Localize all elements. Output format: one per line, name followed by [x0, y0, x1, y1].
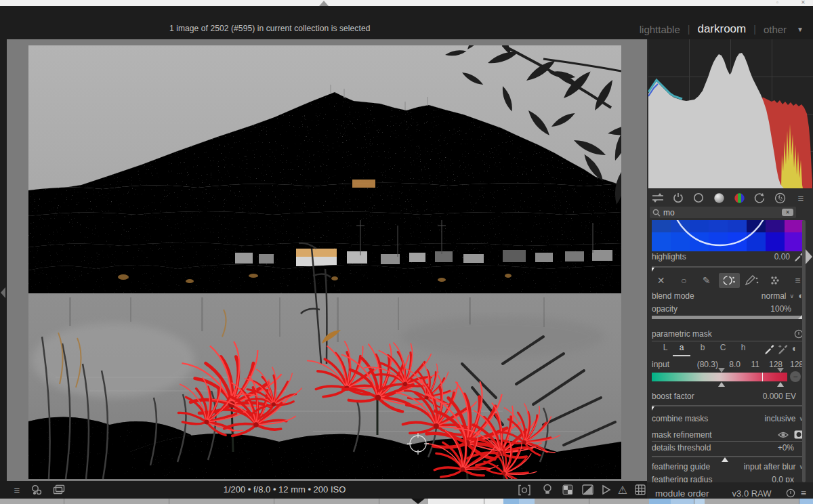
left-panel-expander-icon[interactable]	[1, 287, 5, 298]
blend-off-icon[interactable]: ✕	[650, 273, 671, 288]
view-separator: |	[688, 24, 690, 35]
view-lighttable[interactable]: lighttable	[640, 24, 680, 35]
darktable-window: ▫ ✕ 1 image of 2502 (#595) in current co…	[0, 0, 813, 504]
details-threshold-value[interactable]: +0%	[778, 443, 794, 453]
boost-factor-slider[interactable]	[652, 405, 804, 406]
tab-h[interactable]: h	[736, 343, 751, 352]
filmstrip-thumb[interactable]	[64, 499, 169, 504]
input-lower-marker-left[interactable]	[718, 382, 725, 387]
bottom-menu-icon[interactable]: ≡	[9, 483, 24, 497]
view-darkroom[interactable]: darkroom	[697, 22, 746, 36]
filmstrip-thumb[interactable]	[169, 499, 274, 504]
guides-grid-icon[interactable]	[633, 483, 648, 497]
highlights-value[interactable]: 0.00	[774, 252, 790, 261]
parametric-mask-header[interactable]: parametric mask	[652, 327, 804, 341]
boost-factor-row: boost factor 0.000 EV	[652, 392, 804, 401]
filmstrip-thumb[interactable]	[379, 499, 484, 504]
mask-preview-eye-icon[interactable]	[778, 431, 789, 439]
gradient-collapse-button[interactable]: −	[790, 371, 801, 382]
active-modules-icon[interactable]	[650, 190, 665, 205]
input-level-tick	[762, 373, 763, 381]
channel-picker-add-icon[interactable]	[778, 344, 788, 354]
parametric-mask-icon[interactable]	[719, 273, 740, 288]
blend-mode-caret-icon[interactable]: ∨	[790, 293, 795, 299]
input-lower-marker-right[interactable]	[777, 382, 784, 387]
softproof-icon[interactable]	[580, 483, 595, 497]
iso12646-assessment-icon[interactable]	[517, 483, 532, 497]
color-group-icon[interactable]	[732, 190, 747, 205]
raster-mask-icon[interactable]	[764, 273, 785, 288]
blend-mode-value[interactable]: normal	[762, 291, 787, 301]
details-threshold-label: details threshold	[652, 443, 711, 453]
exif-info: 1/200 • f/8.0 • 12 mm • 200 ISO	[41, 484, 528, 495]
opacity-value[interactable]: 100%	[770, 304, 791, 314]
bottom-panel-expander-icon[interactable]	[411, 499, 425, 504]
raw-overexposed-icon[interactable]: ⚠	[615, 483, 630, 497]
top-bar: 1 image of 2502 (#595) in current collec…	[0, 6, 813, 39]
boost-factor-label: boost factor	[652, 392, 694, 401]
filmstrip-thumb[interactable]	[694, 499, 799, 504]
photo-canvas[interactable]	[28, 45, 621, 479]
overexposed-warning-icon[interactable]	[599, 483, 614, 497]
correct-group-icon[interactable]	[753, 190, 768, 205]
monochrome-hue-grid[interactable]	[652, 220, 804, 251]
drawn-parametric-mask-icon[interactable]	[742, 273, 763, 288]
tab-C[interactable]: C	[715, 343, 730, 352]
opacity-slider[interactable]	[652, 316, 804, 319]
right-panel-collapse-icon[interactable]	[806, 249, 812, 264]
module-search[interactable]: ✕	[650, 207, 796, 218]
module-order-presets-icon[interactable]: ≡	[801, 488, 806, 499]
views-dropdown-icon[interactable]: ▼	[797, 26, 804, 33]
right-panel: ≡ ✕	[647, 39, 813, 504]
mask-invert-icon[interactable]: ◐	[792, 343, 797, 354]
search-clear-icon[interactable]: ✕	[782, 209, 793, 216]
tab-b[interactable]: b	[695, 343, 710, 352]
show-active-modules-icon[interactable]	[671, 190, 686, 205]
combine-masks-label: combine masks	[652, 414, 708, 423]
input-value-2[interactable]: 11	[741, 360, 759, 369]
view-other[interactable]: other	[764, 24, 787, 35]
details-threshold-handle[interactable]	[722, 457, 728, 462]
input-upper-marker-left[interactable]	[718, 368, 725, 373]
filmstrip-thumb[interactable]	[589, 499, 694, 504]
blend-uniform-icon[interactable]: ○	[673, 273, 694, 288]
presets-menu-icon[interactable]: ≡	[793, 190, 808, 205]
top-panel-expander-icon[interactable]	[319, 1, 329, 6]
parametric-input-gradient[interactable]	[652, 373, 787, 381]
filmstrip-thumb[interactable]	[484, 499, 589, 504]
filmstrip-thumb[interactable]	[0, 499, 64, 504]
base-group-icon[interactable]	[691, 190, 706, 205]
module-order-reset-icon[interactable]	[786, 488, 795, 498]
filmstrip-edge	[0, 499, 813, 504]
parametric-mask-title: parametric mask	[652, 329, 712, 339]
input-label: input	[652, 360, 669, 369]
boost-factor-handle[interactable]	[652, 406, 654, 411]
feathering-guide-label: feathering guide	[652, 462, 710, 471]
effect-group-icon[interactable]	[773, 190, 788, 205]
combine-masks-value[interactable]: inclusive	[764, 414, 795, 423]
mask-refinement-header[interactable]: mask refinement	[652, 428, 804, 442]
tab-L[interactable]: L	[658, 343, 673, 352]
tab-a[interactable]: a	[674, 343, 689, 352]
blend-mask-toolbar: ✕ ○ ✎ ≡	[650, 272, 808, 289]
search-input[interactable]	[661, 208, 782, 217]
feathering-guide-value[interactable]: input after blur	[744, 462, 796, 471]
input-value-4[interactable]: 128	[783, 360, 804, 369]
input-upper-marker-right[interactable]	[777, 368, 784, 373]
filmstrip-thumb[interactable]	[799, 499, 813, 504]
module-order-value[interactable]: v3.0 RAW	[732, 488, 772, 499]
boost-factor-value[interactable]: 0.000 EV	[763, 392, 796, 401]
gamut-check-icon[interactable]	[560, 483, 575, 497]
window-close-icon[interactable]: ✕	[801, 0, 806, 5]
window-restore-icon[interactable]: ▫	[776, 0, 778, 5]
highlights-slider[interactable]	[652, 266, 804, 268]
parametric-channel-tabs: L a b C h ◐	[652, 343, 804, 356]
lightbulb-icon[interactable]	[540, 483, 555, 497]
channel-picker-icon[interactable]	[764, 344, 774, 354]
highlights-label[interactable]: highlights	[652, 252, 686, 261]
drawn-mask-icon[interactable]: ✎	[696, 273, 717, 288]
histogram[interactable]	[648, 39, 813, 188]
input-value-lower[interactable]: (80.3)	[678, 360, 718, 369]
filmstrip-thumb[interactable]	[274, 499, 379, 504]
tone-group-icon[interactable]	[711, 190, 726, 205]
